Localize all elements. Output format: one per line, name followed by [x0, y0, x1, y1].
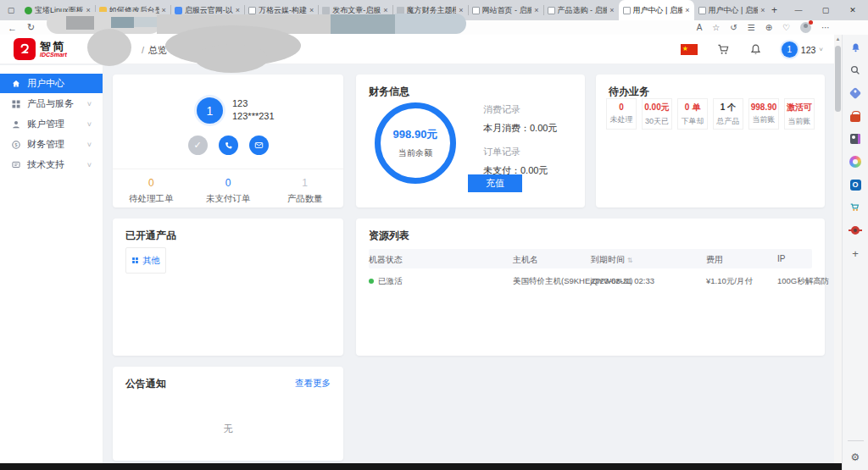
grid-icon [11, 99, 21, 109]
outlook-icon[interactable]: O [849, 178, 862, 191]
essentials-icon[interactable]: ♡ [782, 23, 790, 32]
stat-label: 待处理工单 [113, 193, 190, 205]
sidebar-item-finance[interactable]: $ 财务管理 ˅ [0, 135, 103, 154]
shopping-bag-icon[interactable] [849, 109, 862, 123]
app-sidebar: 用户中心 产品与服务 ˅ 账户管理 ˅ $ 财务管理 ˅ 技术支持 ˅ [0, 65, 103, 463]
stat-value: 0 [113, 177, 190, 189]
tab-close-icon[interactable]: × [609, 6, 614, 14]
balance-value: 998.90元 [393, 127, 438, 142]
todo-item[interactable]: 1 个总产品 [713, 98, 743, 130]
contacts-icon[interactable] [849, 132, 862, 146]
tab-favicon [472, 7, 480, 14]
sidebar-item-account[interactable]: 账户管理 ˅ [0, 114, 103, 134]
tag-icon[interactable] [849, 86, 862, 100]
favorites-icon[interactable]: ☆ [712, 23, 720, 32]
scrollbar-thumb[interactable] [835, 46, 841, 112]
adblock-icon[interactable] [849, 224, 862, 237]
todo-item[interactable]: 0.00元30天已 [642, 98, 672, 130]
table-row[interactable]: 已激活 美国特价主机(S9KHEjQYW6zU1) 2023-08-31 02:… [369, 268, 812, 294]
todo-item[interactable]: 0未处理 [606, 98, 637, 130]
cell-fee: ¥1.10元/月付 [706, 276, 753, 287]
card-title: 公告通知 [125, 377, 166, 391]
tab-favicon [248, 7, 256, 14]
browser-tab[interactable]: 网站首页 - 启服× [468, 0, 543, 20]
todo-item[interactable]: 激活可当前账 [784, 98, 815, 130]
window-controls: — ▢ ✕ [785, 0, 866, 20]
tab-favicon [548, 7, 555, 14]
close-button[interactable]: ✕ [839, 0, 866, 20]
notifications-bell-icon[interactable] [749, 43, 762, 56]
stat-product-count[interactable]: 1 产品数量 [266, 177, 343, 205]
browser-tab[interactable]: 产品选购 - 启服× [543, 0, 619, 20]
language-flag-icon[interactable]: ★ [681, 44, 698, 55]
mail-icon[interactable] [249, 135, 269, 155]
col-fee: 费用 [706, 254, 723, 266]
scroll-up-arrow[interactable]: ▲ [834, 35, 842, 44]
browser-tab[interactable]: 用户中心 | 启服× [694, 0, 770, 20]
user-contact-icons: ✓ [113, 135, 343, 155]
order-title: 订单记录 [483, 146, 557, 158]
resources-card: 资源列表 机器状态 主机名 到期时间 ⇅ 费用 IP 已激活 美国特价主机(S9… [356, 218, 825, 356]
todo-item[interactable]: 0 单下单却 [677, 98, 708, 130]
add-icon[interactable]: + [849, 246, 862, 260]
stat-pending-tickets[interactable]: 0 待处理工单 [113, 177, 190, 205]
tab-close-icon[interactable]: × [459, 6, 463, 14]
tab-close-icon[interactable]: × [309, 6, 314, 14]
card-title: 财务信息 [369, 85, 409, 99]
recharge-button[interactable]: 充值 [468, 174, 522, 192]
card-title: 已开通产品 [125, 229, 176, 243]
phone-icon[interactable] [219, 135, 238, 155]
chevron-down-icon: ˅ [819, 46, 823, 53]
minimize-button[interactable]: — [785, 0, 812, 20]
tab-close-icon[interactable]: × [534, 6, 538, 14]
grid-icon [131, 257, 139, 264]
user-menu[interactable]: 1 123 ˅ [782, 41, 823, 58]
designer-icon[interactable] [849, 155, 862, 169]
chevron-down-icon: ˅ [87, 161, 92, 169]
back-icon[interactable]: ← [8, 23, 17, 33]
settings-gear-icon[interactable]: ⚙ [849, 451, 862, 464]
tab-title: 用户中心 | 启服 [633, 5, 683, 16]
svg-text:$: $ [14, 142, 18, 147]
toolbar-right-icons: A ☆ ↺ ☰ ⊕ ♡ ⋯ [697, 22, 830, 33]
read-aloud-icon[interactable]: A [697, 23, 703, 32]
favorites-bar-icon[interactable]: ☰ [748, 23, 755, 32]
tab-close-icon[interactable]: × [383, 6, 387, 14]
stat-unpaid-orders[interactable]: 0 未支付订单 [190, 177, 267, 205]
reload-icon[interactable]: ↻ [27, 22, 35, 33]
page-scrollbar[interactable]: ▲ [834, 35, 842, 463]
browser-tab-active[interactable]: 用户中心 | 启服× [619, 0, 694, 20]
view-more-link[interactable]: 查看更多 [295, 378, 331, 390]
cart-icon[interactable] [717, 43, 730, 56]
tab-close-icon[interactable]: × [760, 6, 765, 14]
collections-icon[interactable]: ⊕ [765, 23, 772, 32]
history-icon[interactable]: ↺ [730, 23, 737, 32]
new-tab-button[interactable]: + [771, 4, 777, 16]
breadcrumb-separator: / [142, 45, 144, 55]
maximize-button[interactable]: ▢ [812, 0, 839, 20]
redaction-blob [134, 17, 157, 27]
sidebar-item-user-center[interactable]: 用户中心 [0, 74, 103, 93]
sidebar-item-support[interactable]: 技术支持 ˅ [0, 155, 103, 174]
stat-label: 产品数量 [266, 193, 343, 205]
tab-favicon [698, 7, 706, 14]
sidebar-item-label: 财务管理 [27, 138, 64, 151]
more-menu-icon[interactable]: ⋯ [821, 23, 830, 32]
product-category-tile[interactable]: 其他 [125, 247, 166, 274]
verify-check-icon[interactable]: ✓ [188, 135, 208, 155]
todo-item[interactable]: 998.90当前账 [748, 98, 779, 130]
app-logo[interactable]: 智简 IDCSmart [14, 38, 67, 60]
bell-icon[interactable] [849, 41, 862, 54]
tab-close-icon[interactable]: × [685, 6, 689, 14]
tab-close-icon[interactable]: × [162, 6, 166, 14]
tab-close-icon[interactable]: × [236, 6, 240, 14]
profile-avatar[interactable] [800, 22, 811, 33]
cart-icon[interactable] [849, 201, 862, 214]
sidebar-item-products-services[interactable]: 产品与服务 ˅ [0, 94, 103, 113]
sort-icon[interactable]: ⇅ [627, 257, 633, 264]
todo-label: 当前账 [788, 116, 811, 127]
tab-title: 产品选购 - 启服 [558, 5, 608, 16]
tab-actions-icon[interactable]: ▢ [4, 3, 18, 17]
search-icon[interactable] [849, 64, 862, 77]
support-icon [11, 160, 21, 170]
